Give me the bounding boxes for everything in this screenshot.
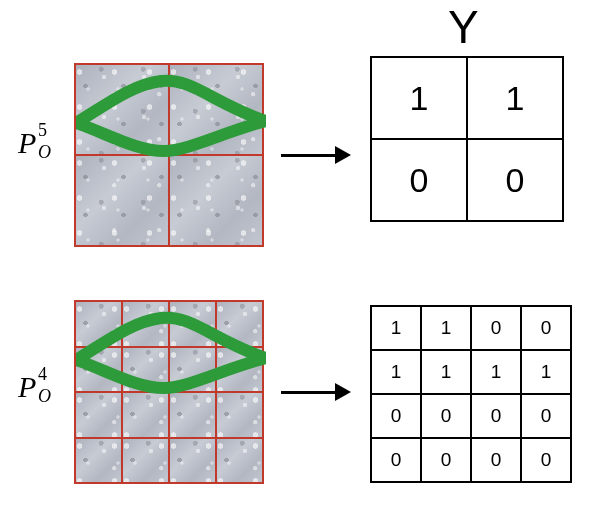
patch-tile bbox=[76, 302, 121, 346]
patch-tile bbox=[76, 348, 121, 392]
output-variable-label: Y bbox=[448, 0, 479, 54]
cell: 0 bbox=[521, 438, 571, 482]
patch-p5 bbox=[74, 63, 264, 247]
label-p4-sub: O bbox=[38, 386, 51, 407]
table-row: 1 1 0 0 bbox=[371, 306, 571, 350]
patch-tile bbox=[217, 439, 262, 483]
patch-tile bbox=[76, 65, 168, 154]
cell: 0 bbox=[471, 438, 521, 482]
table-row: 1 1 bbox=[371, 57, 563, 139]
patch-tile bbox=[76, 439, 121, 483]
patch-tile bbox=[217, 348, 262, 392]
label-p5-sub: O bbox=[38, 142, 51, 163]
table-row: 1 1 1 1 bbox=[371, 350, 571, 394]
cell: 0 bbox=[521, 306, 571, 350]
output-grid-p4: 1 1 0 0 1 1 1 1 0 0 0 0 0 0 0 0 bbox=[370, 305, 572, 483]
label-p4-base: P bbox=[18, 370, 36, 403]
patch-tile bbox=[170, 302, 215, 346]
cell: 0 bbox=[521, 394, 571, 438]
patch-tile bbox=[123, 393, 168, 437]
patch-tile bbox=[170, 156, 262, 245]
patch-tile bbox=[170, 65, 262, 154]
label-p5-base: P bbox=[18, 126, 36, 159]
patch-tile bbox=[76, 156, 168, 245]
patch-tile bbox=[217, 393, 262, 437]
table-row: 0 0 bbox=[371, 139, 563, 221]
cell: 1 bbox=[421, 306, 471, 350]
table-row: 0 0 0 0 bbox=[371, 394, 571, 438]
patch-tile bbox=[123, 302, 168, 346]
cell: 0 bbox=[371, 438, 421, 482]
cell: 1 bbox=[371, 306, 421, 350]
output-grid-p5: 1 1 0 0 bbox=[370, 56, 564, 222]
cell: 0 bbox=[421, 394, 471, 438]
patch-tile bbox=[170, 393, 215, 437]
patch-p4 bbox=[74, 300, 264, 484]
label-p5: P 5 O bbox=[18, 126, 36, 160]
patch-p4-grid bbox=[76, 302, 262, 482]
cell: 0 bbox=[421, 438, 471, 482]
patch-tile bbox=[217, 302, 262, 346]
cell: 0 bbox=[467, 139, 563, 221]
cell: 1 bbox=[371, 57, 467, 139]
cell: 1 bbox=[421, 350, 471, 394]
patch-tile bbox=[170, 439, 215, 483]
cell: 1 bbox=[371, 350, 421, 394]
patch-tile bbox=[76, 393, 121, 437]
patch-tile bbox=[170, 348, 215, 392]
patch-tile bbox=[123, 439, 168, 483]
cell: 0 bbox=[371, 139, 467, 221]
patch-p5-grid bbox=[76, 65, 262, 245]
label-p5-sup: 5 bbox=[38, 120, 47, 141]
cell: 1 bbox=[471, 350, 521, 394]
cell: 1 bbox=[467, 57, 563, 139]
cell: 0 bbox=[471, 306, 521, 350]
figure-root: { "labels": { "Y": "Y", "P5": { "base": … bbox=[0, 0, 598, 512]
cell: 1 bbox=[521, 350, 571, 394]
table-row: 0 0 0 0 bbox=[371, 438, 571, 482]
label-p4-sup: 4 bbox=[38, 364, 47, 385]
label-p4: P 4 O bbox=[18, 370, 36, 404]
patch-tile bbox=[123, 348, 168, 392]
cell: 0 bbox=[471, 394, 521, 438]
cell: 0 bbox=[371, 394, 421, 438]
